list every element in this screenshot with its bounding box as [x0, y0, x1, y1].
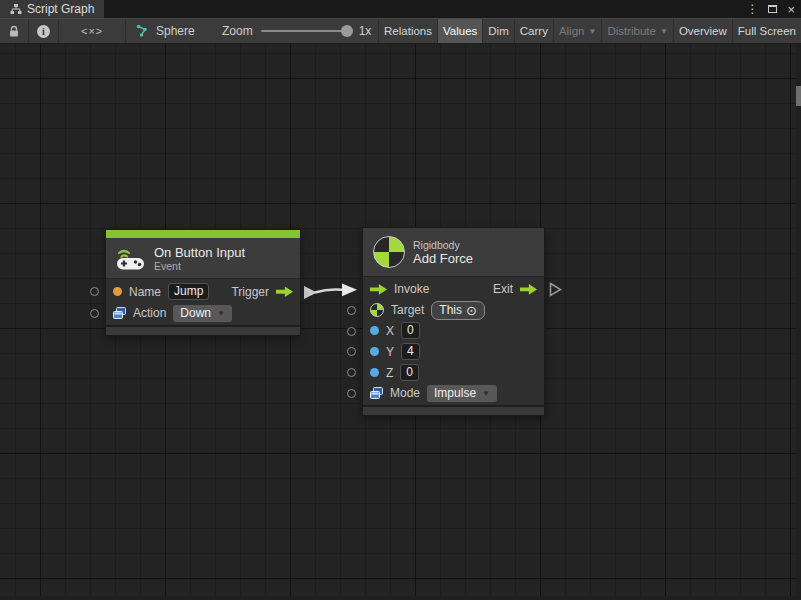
event-node-titles: On Button Input Event [154, 245, 245, 272]
exit-output-port-icon[interactable] [520, 283, 537, 295]
mode-label: Mode [390, 386, 420, 400]
z-row: Z 0 [363, 362, 544, 383]
info-icon: i [37, 25, 50, 38]
node-supertitle: Rigidbody [413, 239, 473, 251]
node-title: On Button Input [154, 245, 245, 260]
zoom-slider-handle[interactable] [341, 25, 353, 37]
invoke-label: Invoke [394, 282, 429, 296]
z-label: Z [386, 366, 393, 380]
trigger-output-port-icon[interactable] [276, 286, 293, 298]
graph-hierarchy-icon [10, 3, 22, 15]
values-button[interactable]: Values [437, 19, 482, 43]
target-input-port[interactable] [347, 306, 356, 315]
invoke-input-port-icon[interactable] [370, 283, 387, 295]
node-on-button-input[interactable]: On Button Input Event Name Jump Trigger [106, 230, 300, 335]
zoom-control: Zoom 1x [222, 19, 371, 43]
mode-dropdown-value: Impulse [434, 386, 476, 400]
enum-icon [370, 387, 383, 399]
exit-connection-stub-icon[interactable] [549, 282, 562, 297]
x-input-port[interactable] [347, 327, 356, 336]
name-field[interactable]: Jump [168, 283, 209, 300]
x-label: X [386, 324, 394, 338]
mode-input-port[interactable] [347, 389, 356, 398]
action-label: Action [133, 306, 166, 320]
distribute-label: Distribute [607, 25, 656, 37]
target-label: Target [391, 303, 424, 317]
exit-label: Exit [493, 282, 513, 296]
object-picker-icon[interactable]: ⊙ [466, 304, 477, 317]
node-subtitle: Event [154, 260, 245, 272]
align-button[interactable]: Align ▼ [553, 19, 602, 43]
action-row: Action Down ▼ [106, 303, 300, 325]
action-input-port[interactable] [90, 309, 99, 318]
dim-button[interactable]: Dim [482, 19, 513, 43]
y-row: Y 4 [363, 341, 544, 362]
chevron-down-icon: ▼ [588, 27, 596, 36]
z-input-port[interactable] [347, 368, 356, 377]
fullscreen-label: Full Screen [738, 25, 796, 37]
vertical-scrollbar[interactable] [796, 44, 801, 596]
gamepad-input-icon [116, 245, 146, 271]
x-port-dot[interactable] [370, 326, 379, 335]
graph-name: Sphere [156, 24, 195, 38]
close-icon[interactable]: × [787, 3, 795, 16]
window-menu-icon[interactable]: ⋮ [746, 3, 758, 15]
mode-dropdown[interactable]: Impulse ▼ [427, 385, 497, 402]
overview-button[interactable]: Overview [673, 19, 732, 43]
y-label: Y [386, 345, 394, 359]
fullscreen-button[interactable]: Full Screen [732, 19, 801, 43]
toolbar-right-group: Relations Values Dim Carry Align ▼ Distr… [378, 19, 801, 43]
distribute-button[interactable]: Distribute ▼ [601, 19, 673, 43]
node-rigidbody-add-force[interactable]: Rigidbody Add Force Invoke Exit Target [363, 228, 544, 415]
target-value: This [439, 303, 462, 317]
event-node-header[interactable]: On Button Input Event [106, 238, 300, 278]
maximize-icon[interactable] [768, 5, 777, 13]
script-graph-window: Script Graph ⋮ × i <×> [0, 0, 801, 600]
rigidbody-port-icon[interactable] [370, 303, 384, 317]
horizontal-scrollbar[interactable] [0, 596, 801, 600]
lock-icon [8, 25, 20, 38]
tab-script-graph[interactable]: Script Graph [0, 0, 104, 18]
zoom-label: Zoom [222, 24, 253, 38]
code-icon: <×> [81, 25, 103, 37]
action-dropdown[interactable]: Down ▼ [173, 305, 232, 322]
target-self-button[interactable]: This ⊙ [431, 301, 485, 320]
toolbar: i <×> Sphere Zoom 1x Relations Valu [0, 18, 801, 44]
toolbar-left-group: i <×> [0, 19, 126, 43]
zoom-slider[interactable] [261, 30, 351, 32]
unit-node-footer [363, 405, 544, 415]
unit-node-header[interactable]: Rigidbody Add Force [363, 228, 544, 276]
target-row: Target This ⊙ [363, 300, 544, 321]
tab-title: Script Graph [27, 2, 94, 16]
tab-bar: Script Graph ⋮ × [0, 0, 801, 18]
z-port-dot[interactable] [370, 368, 379, 377]
mode-row: Mode Impulse ▼ [363, 383, 544, 404]
trigger-label: Trigger [231, 285, 269, 299]
y-field[interactable]: 4 [401, 343, 420, 360]
script-graph-asset-icon [136, 24, 150, 38]
event-node-body: Name Jump Trigger Action Down [106, 278, 300, 325]
edit-source-button[interactable]: <×> [59, 19, 126, 43]
carry-button[interactable]: Carry [514, 19, 553, 43]
graph-canvas[interactable]: On Button Input Event Name Jump Trigger [0, 44, 801, 600]
x-field[interactable]: 0 [401, 322, 420, 339]
name-input-port[interactable] [90, 287, 99, 296]
name-port-dot[interactable] [113, 287, 122, 296]
align-label: Align [559, 25, 585, 37]
zoom-value: 1x [359, 24, 372, 38]
y-port-dot[interactable] [370, 347, 379, 356]
y-input-port[interactable] [347, 347, 356, 356]
vertical-scrollbar-thumb[interactable] [796, 86, 801, 106]
unit-node-body: Invoke Exit Target This ⊙ [363, 276, 544, 405]
z-field[interactable]: 0 [400, 364, 419, 381]
lock-button[interactable] [0, 19, 29, 43]
unit-node-titles: Rigidbody Add Force [413, 239, 473, 266]
graph-breadcrumb[interactable]: Sphere [136, 19, 195, 43]
values-label: Values [443, 25, 477, 37]
relations-label: Relations [384, 25, 432, 37]
inspect-button[interactable]: i [29, 19, 59, 43]
carry-label: Carry [520, 25, 548, 37]
event-accent-bar [106, 230, 300, 238]
relations-button[interactable]: Relations [378, 19, 437, 43]
name-row: Name Jump Trigger [106, 281, 300, 303]
